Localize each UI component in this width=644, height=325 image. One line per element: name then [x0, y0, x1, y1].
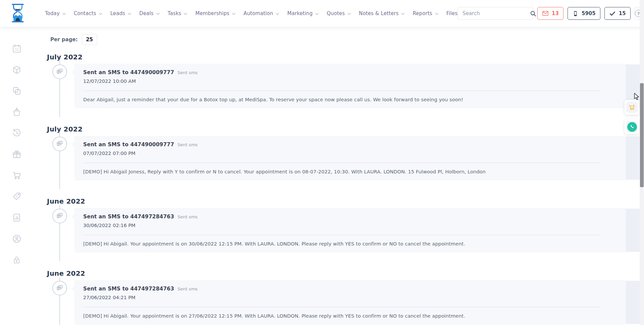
nav-item-files[interactable]: Files	[446, 10, 458, 16]
divider	[83, 235, 600, 235]
sms-card-datetime: 12/07/2022 10:00 AM	[83, 78, 617, 84]
sms-card-tag: Sent sms	[177, 286, 198, 291]
sms-card-title: Sent an SMS to 447497284763	[83, 286, 174, 292]
nav-item-today[interactable]: Today	[45, 10, 65, 16]
activity-timeline: Per page: 25 July 2022 Sent an SMS to 44…	[34, 27, 644, 325]
chevron-down-icon	[184, 11, 187, 15]
sms-card-datetime: 27/06/2022 04:21 PM	[83, 295, 617, 300]
main-nav: Today Contacts Leads Deals Tasks Members…	[45, 10, 458, 16]
report-chart-icon[interactable]	[12, 213, 22, 223]
nav-item-automation[interactable]: Automation	[244, 10, 278, 16]
scrollbar-track[interactable]	[640, 0, 644, 325]
chevron-down-icon	[276, 11, 279, 15]
sms-card-message: Dear Abigail, just a reminder that your …	[83, 97, 617, 102]
sms-card: Sent an SMS to 447490009777 Sent sms 07/…	[74, 136, 626, 180]
svg-text:12: 12	[15, 48, 18, 51]
package-icon[interactable]	[12, 65, 22, 75]
timeline-entry: Sent an SMS to 447497284763 Sent sms 30/…	[34, 208, 644, 261]
top-navbar: Today Contacts Leads Deals Tasks Members…	[0, 0, 644, 27]
chevron-down-icon	[156, 11, 160, 15]
per-page-label: Per page:	[50, 37, 78, 43]
lock-icon[interactable]	[12, 255, 22, 265]
nav-item-contacts[interactable]: Contacts	[74, 10, 101, 16]
nav-item-quotes[interactable]: Quotes	[327, 10, 350, 16]
chevron-down-icon	[435, 11, 438, 15]
divider	[83, 163, 600, 163]
chevron-down-icon	[401, 11, 405, 15]
chevron-down-icon	[315, 11, 319, 15]
bag-download-icon[interactable]	[12, 107, 22, 117]
app-logo-icon[interactable]	[10, 4, 25, 23]
check-icon	[609, 10, 616, 17]
search-input[interactable]	[458, 7, 530, 19]
sms-count: 5905	[582, 10, 596, 16]
divider	[83, 91, 600, 91]
per-page-row: Per page: 25	[50, 34, 644, 45]
per-page-select[interactable]: 25	[82, 34, 97, 45]
timeline-entry: Sent an SMS to 447497284763 Sent sms 27/…	[34, 280, 644, 325]
sms-card-title: Sent an SMS to 447490009777	[83, 142, 174, 148]
chevron-down-icon	[232, 11, 235, 15]
sms-card-title: Sent an SMS to 447497284763	[83, 214, 174, 220]
sms-bubble-icon	[52, 209, 67, 223]
quick-cart-button[interactable]	[625, 100, 639, 115]
nav-item-tasks[interactable]: Tasks	[168, 10, 186, 16]
chevron-down-icon	[62, 11, 66, 15]
sms-badge-button[interactable]: 5905	[568, 7, 600, 20]
month-heading: July 2022	[47, 126, 86, 132]
price-tag-icon[interactable]: $	[12, 192, 22, 202]
sms-card: Sent an SMS to 447497284763 Sent sms 30/…	[74, 208, 626, 253]
email-badge-button[interactable]: 13	[537, 7, 564, 20]
sms-card-datetime: 07/07/2022 07:00 PM	[83, 151, 617, 156]
sms-card-tag: Sent sms	[177, 70, 198, 75]
sms-card-message: [DEMO] Hi Abigail. Your appointment is o…	[83, 313, 617, 319]
nav-item-marketing[interactable]: Marketing	[287, 10, 318, 16]
tasks-badge-button[interactable]: 15	[604, 7, 631, 20]
left-sidebar: 12 $	[0, 27, 34, 325]
calendar-icon[interactable]: 12	[12, 44, 22, 54]
sms-bubble-icon	[52, 64, 67, 79]
task-count: 15	[619, 10, 626, 16]
scrollbar-thumb[interactable]	[640, 83, 644, 187]
month-heading: June 2022	[47, 198, 89, 205]
support-account-icon[interactable]	[12, 234, 22, 244]
svg-text:$: $	[16, 195, 17, 198]
sms-card-message: [DEMO] Hi Abigail Joness, Reply with Y t…	[83, 169, 617, 174]
divider	[83, 307, 600, 307]
cart-icon[interactable]	[12, 170, 22, 180]
sms-card: Sent an SMS to 447497284763 Sent sms 27/…	[74, 280, 626, 325]
sms-card-datetime: 30/06/2022 02:16 PM	[83, 223, 617, 228]
sms-bubble-icon	[52, 137, 67, 151]
month-heading: June 2022	[47, 270, 89, 277]
nav-item-deals[interactable]: Deals	[139, 10, 158, 16]
chevron-down-icon	[128, 11, 131, 15]
nav-item-leads[interactable]: Leads	[110, 10, 130, 16]
phone-icon	[627, 122, 637, 132]
quick-phone-button[interactable]	[625, 119, 639, 134]
month-heading: July 2022	[47, 54, 86, 60]
sms-bubble-icon	[52, 281, 67, 295]
mobile-phone-icon	[572, 10, 579, 17]
sms-card-title: Sent an SMS to 447490009777	[83, 69, 174, 75]
chevron-down-icon	[99, 11, 102, 15]
chevron-down-icon	[347, 11, 351, 15]
envelope-icon	[542, 10, 549, 17]
copy-windows-icon[interactable]	[12, 86, 22, 96]
sms-card-message: [DEMO] Hi Abigail. Your appointment is o…	[83, 241, 617, 247]
nav-item-reports[interactable]: Reports	[413, 10, 437, 16]
timeline-entry: Sent an SMS to 447490009777 Sent sms 07/…	[34, 136, 644, 189]
timeline-entry: Sent an SMS to 447490009777 Sent sms 12/…	[34, 64, 644, 117]
nav-item-notes-letters[interactable]: Notes & Letters	[359, 10, 404, 16]
search-box	[458, 7, 533, 20]
sms-card: Sent an SMS to 447490009777 Sent sms 12/…	[74, 64, 626, 108]
search-icon[interactable]	[530, 7, 537, 19]
cart-icon	[628, 104, 636, 111]
history-icon[interactable]	[12, 128, 22, 138]
nav-item-memberships[interactable]: Memberships	[195, 10, 234, 16]
sms-card-tag: Sent sms	[177, 142, 198, 147]
email-count: 13	[552, 10, 559, 16]
gift-icon[interactable]	[12, 149, 22, 159]
sms-card-tag: Sent sms	[177, 214, 198, 219]
